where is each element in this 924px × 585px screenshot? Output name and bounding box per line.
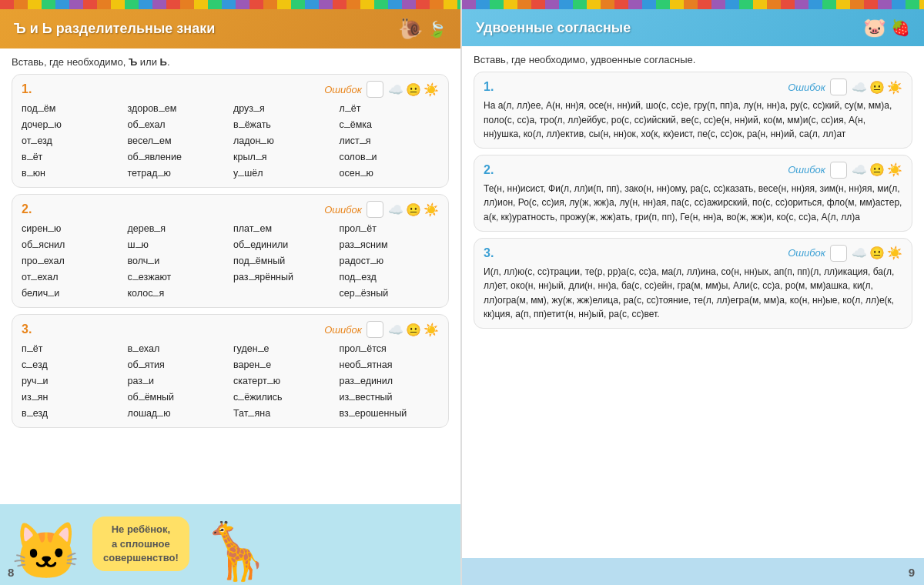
cloud-icon: ☁️ xyxy=(852,162,867,177)
rex2-oshibok-box[interactable] xyxy=(830,162,847,179)
word: солови xyxy=(340,149,440,165)
sun-icon: ☀️ xyxy=(887,162,902,177)
word: платем xyxy=(233,221,333,236)
ex1-mood-icons: ☁️ 😐 ☀️ xyxy=(388,82,439,97)
right-exercise-3: 3. Ошибок ☁️ 😐 ☀️ И(л, лл)ю(с, сс)трации… xyxy=(474,238,912,329)
ex3-num: 3. xyxy=(22,323,32,336)
left-instruction: Вставь, где необходимо, Ъ или Ь. xyxy=(12,56,449,68)
left-exercise-3: 3. Ошибок ☁️ 😐 ☀️ пёт вехал гудене xyxy=(12,314,449,428)
ex1-oshibok-box[interactable] xyxy=(367,81,383,98)
rex3-oshibok-block: Ошибок ☁️ 😐 ☀️ xyxy=(788,245,902,262)
left-header-icons: 🐌 🍃 xyxy=(398,17,447,41)
word: обявление xyxy=(128,149,228,165)
word: листя xyxy=(340,133,440,149)
rex2-header: 2. Ошибок ☁️ 😐 ☀️ xyxy=(484,162,902,179)
sad-icon: 😐 xyxy=(869,162,885,177)
left-content: Вставь, где необходимо, Ъ или Ь. 1. Ошиб… xyxy=(0,48,460,442)
rex1-oshibok-box[interactable] xyxy=(830,79,847,95)
ex3-oshibok-block: Ошибок ☁️ 😐 ☀️ xyxy=(324,321,439,338)
ex2-oshibok-label: Ошибок xyxy=(324,204,362,216)
word: дочерю xyxy=(22,117,122,132)
word: сезд xyxy=(22,357,122,373)
ex3-oshibok-label: Ошибок xyxy=(324,324,362,336)
leaf-icon: 🍃 xyxy=(427,20,447,38)
sun-icon: ☀️ xyxy=(887,246,902,260)
word: вёжать xyxy=(233,117,333,132)
word: обятия xyxy=(128,357,228,373)
cat-illustration: 🐱 xyxy=(12,523,81,579)
cloud-icon: ☁️ xyxy=(852,246,867,260)
sad-icon: 😐 xyxy=(406,323,421,337)
sun-icon: ☀️ xyxy=(887,80,902,95)
word: тетрадю xyxy=(128,165,228,181)
rex3-header: 3. Ошибок ☁️ 😐 ☀️ xyxy=(484,245,902,262)
ex3-oshibok-box[interactable] xyxy=(367,321,383,338)
right-header-icons: 🐷 🍓 xyxy=(863,17,910,38)
word: необятная xyxy=(340,357,440,373)
word: варене xyxy=(233,357,333,373)
right-exercise-2: 2. Ошибок ☁️ 😐 ☀️ Те(н, нн)исист, Фи(л, … xyxy=(474,155,912,232)
word: изян xyxy=(22,389,122,405)
cloud-icon: ☁️ xyxy=(388,82,403,97)
sun-icon: ☀️ xyxy=(424,323,439,337)
word: пёт xyxy=(22,341,122,356)
word: отезд xyxy=(22,133,122,149)
word: разединил xyxy=(340,373,440,389)
ex1-oshibok-label: Ошибок xyxy=(324,84,362,95)
rex2-oshibok-block: Ошибок ☁️ 😐 ☀️ xyxy=(788,162,902,179)
word: отехал xyxy=(22,269,122,285)
word: рази xyxy=(128,373,228,389)
ex1-num: 1. xyxy=(22,82,32,96)
rex3-text: И(л, лл)ю(с, сс)трации, те(р, рр)а(с, сс… xyxy=(484,265,902,322)
sad-icon: 😐 xyxy=(406,82,421,97)
sad-icon: 😐 xyxy=(869,246,885,260)
sad-icon: 😐 xyxy=(869,80,885,95)
rex1-text: На а(л, лл)ее, А(н, нн)я, осе(н, нн)ий, … xyxy=(484,99,902,142)
word: взерошенный xyxy=(340,406,440,421)
left-exercise-1: 1. Ошибок ☁️ 😐 ☀️ подём здоровем дру xyxy=(12,74,449,188)
word: пролётся xyxy=(340,341,440,356)
word: беличи xyxy=(22,286,122,301)
word: друзя xyxy=(233,101,333,116)
right-page: Удвоенные согласные 🐷 🍓 Вставь, где необ… xyxy=(462,0,924,585)
left-page-number: 8 xyxy=(8,566,14,579)
left-page: Ъ и Ь разделительные знаки 🐌 🍃 Вставь, г… xyxy=(0,0,462,585)
bottom-bar-right: 9 xyxy=(462,558,924,585)
word: разясним xyxy=(340,237,440,252)
word: сиреню xyxy=(22,221,122,236)
word xyxy=(233,286,333,301)
rex1-oshibok-block: Ошибок ☁️ 😐 ☀️ xyxy=(788,79,902,95)
word: радостю xyxy=(340,253,440,269)
sun-icon: ☀️ xyxy=(424,82,439,97)
ex2-grid: сиреню деревя платем пролёт обяснил шю о… xyxy=(22,221,439,301)
ex2-oshibok-box[interactable] xyxy=(367,201,383,218)
rex2-num: 2. xyxy=(484,163,494,177)
word: обединили xyxy=(233,237,333,252)
rex1-num: 1. xyxy=(484,80,494,94)
word: шю xyxy=(128,237,228,252)
rex1-mood-icons: ☁️ 😐 ☀️ xyxy=(852,80,902,95)
rex3-oshibok-box[interactable] xyxy=(830,245,847,262)
word: вехал xyxy=(128,341,228,356)
cloud-icon: ☁️ xyxy=(388,323,403,337)
right-header: Удвоенные согласные 🐷 🍓 xyxy=(462,9,924,46)
ex3-mood-icons: ☁️ 😐 ☀️ xyxy=(388,323,439,337)
right-instruction: Вставь, где необходимо, удвоенные соглас… xyxy=(474,54,912,65)
rex3-mood-icons: ☁️ 😐 ☀️ xyxy=(852,246,902,260)
left-header-title: Ъ и Ь разделительные знаки xyxy=(14,21,215,37)
ex2-header: 2. Ошибок ☁️ 😐 ☀️ xyxy=(22,201,439,218)
rex2-text: Те(н, нн)исист, Фи(л, лл)и(п, пп), зако(… xyxy=(484,182,902,225)
right-header-title: Удвоенные согласные xyxy=(476,20,631,36)
word: гудене xyxy=(233,341,333,356)
ex3-grid: пёт вехал гудене пролётся сезд обятия ва… xyxy=(22,341,439,421)
right-content: Вставь, где необходимо, удвоенные соглас… xyxy=(462,46,924,343)
left-header: Ъ и Ь разделительные знаки 🐌 🍃 xyxy=(0,9,460,48)
word: колося xyxy=(128,286,228,301)
rex3-oshibok-label: Ошибок xyxy=(788,247,825,259)
word: здоровем xyxy=(128,101,228,116)
ex2-num: 2. xyxy=(22,202,32,216)
ex1-oshibok-block: Ошибок ☁️ 😐 ☀️ xyxy=(324,81,439,98)
word: сёжились xyxy=(233,389,333,405)
word: веселем xyxy=(128,133,228,149)
ex1-header: 1. Ошибок ☁️ 😐 ☀️ xyxy=(22,81,439,98)
